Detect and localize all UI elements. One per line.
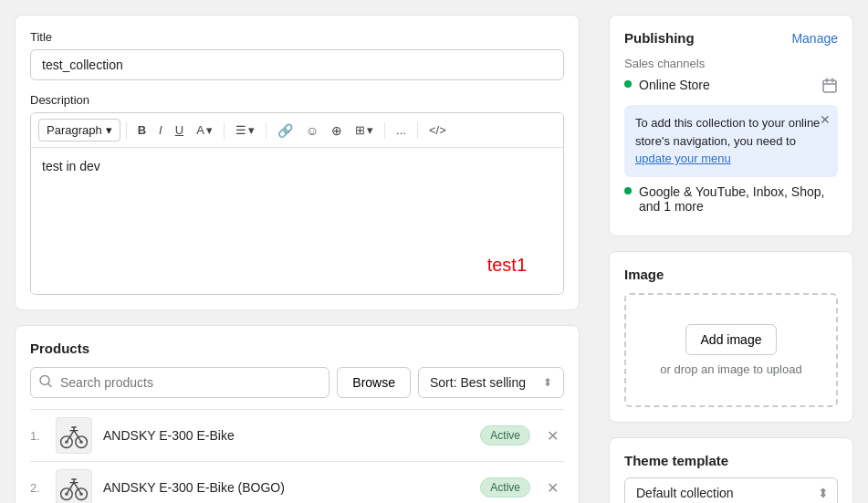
products-controls: Browse Sort: Best selling ⬍: [30, 367, 564, 398]
align-chevron: ▾: [248, 123, 255, 137]
google-status-dot: [624, 187, 632, 194]
link-button[interactable]: 🔗: [272, 120, 298, 141]
product-thumbnail: [56, 417, 92, 454]
publishing-card: Publishing Manage Sales channels Online …: [609, 15, 853, 236]
editor-toolbar: Paragraph ▾ B I U A ▾ ☰ ▾: [31, 113, 563, 148]
emoji-button[interactable]: ☺: [300, 120, 324, 141]
remove-product-button[interactable]: ✕: [541, 477, 564, 498]
theme-select-wrapper: Default collection Custom ⬍: [624, 477, 838, 504]
mention-button[interactable]: ⊕: [326, 120, 348, 141]
product-row: 2. ANDSKY E-300 E-Bike (BOGO) Active ✕: [30, 461, 564, 503]
theme-select[interactable]: Default collection Custom: [624, 477, 838, 504]
products-title: Products: [30, 341, 564, 356]
product-name: ANDSKY E-300 E-Bike: [103, 428, 469, 443]
theme-title: Theme template: [624, 453, 838, 468]
search-wrapper: [30, 367, 329, 398]
editor-watermark: test1: [487, 255, 527, 276]
toolbar-divider-5: [417, 122, 418, 139]
toolbar-divider-4: [384, 122, 385, 139]
product-list: 1. ANDSKY E-300 E-Bike Active ✕: [30, 409, 564, 503]
more-button[interactable]: ...: [391, 120, 412, 141]
drop-text: or drop an image to upload: [660, 362, 801, 376]
browse-button[interactable]: Browse: [337, 367, 411, 398]
paragraph-label: Paragraph: [47, 123, 102, 137]
description-editor: Paragraph ▾ B I U A ▾ ☰ ▾: [30, 112, 564, 295]
paragraph-chevron: ▾: [106, 123, 112, 137]
svg-line-1: [48, 384, 51, 387]
sort-select[interactable]: Sort: Best selling ⬍: [418, 367, 564, 398]
table-chevron: ▾: [367, 123, 373, 137]
add-image-button[interactable]: Add image: [685, 324, 778, 355]
channel-item-google: Google & YouTube, Inbox, Shop, and 1 mor…: [624, 184, 838, 214]
sales-channels-label: Sales channels: [624, 57, 838, 70]
search-icon: [39, 375, 52, 391]
bold-button[interactable]: B: [132, 120, 152, 141]
sidebar: Publishing Manage Sales channels Online …: [594, 0, 868, 503]
product-status-badge: Active: [480, 425, 530, 445]
svg-rect-10: [823, 80, 836, 92]
banner-text: To add this collection to your online st…: [635, 116, 820, 165]
product-status-badge: Active: [480, 477, 530, 498]
color-chevron: ▾: [206, 123, 213, 137]
image-title: Image: [624, 267, 838, 282]
toolbar-divider-2: [224, 122, 225, 139]
align-button[interactable]: ☰ ▾: [230, 120, 260, 141]
online-store-name: Online Store: [639, 78, 814, 92]
text-color-button[interactable]: A ▾: [191, 120, 218, 141]
product-name: ANDSKY E-300 E-Bike (BOGO): [103, 480, 469, 495]
product-num: 2.: [30, 481, 45, 495]
paragraph-select[interactable]: Paragraph ▾: [38, 119, 120, 141]
image-drop-zone: Add image or drop an image to upload: [624, 293, 838, 407]
online-store-status-dot: [624, 80, 632, 88]
title-input[interactable]: [30, 49, 564, 80]
remove-product-button[interactable]: ✕: [541, 425, 564, 446]
calendar-icon[interactable]: [821, 78, 838, 98]
editor-content: test in dev: [42, 159, 552, 173]
product-row: 1. ANDSKY E-300 E-Bike Active ✕: [30, 409, 564, 461]
toolbar-divider-1: [126, 122, 127, 139]
navigation-info-banner: To add this collection to your online st…: [624, 105, 838, 177]
update-menu-link[interactable]: update your menu: [635, 152, 731, 165]
table-button[interactable]: ⊞ ▾: [350, 120, 379, 141]
toolbar-divider-3: [266, 122, 267, 139]
banner-close-button[interactable]: ✕: [820, 112, 831, 127]
product-thumbnail: [56, 469, 92, 503]
google-channel-name: Google & YouTube, Inbox, Shop, and 1 mor…: [639, 184, 838, 214]
editor-body[interactable]: test in dev test1: [31, 148, 563, 294]
title-label: Title: [30, 30, 564, 44]
publishing-title: Publishing: [624, 30, 695, 46]
description-label: Description: [30, 93, 564, 107]
code-button[interactable]: </>: [424, 120, 452, 141]
search-input[interactable]: [30, 367, 329, 398]
sort-chevron-icon: ⬍: [543, 376, 552, 389]
italic-button[interactable]: I: [153, 120, 168, 141]
products-section: Products Browse Sort: Best selling ⬍ 1.: [15, 325, 580, 503]
theme-card: Theme template Default collection Custom…: [609, 437, 853, 504]
publishing-header: Publishing Manage: [624, 30, 838, 46]
manage-link[interactable]: Manage: [791, 31, 838, 46]
channel-item-online: Online Store: [624, 78, 838, 98]
product-num: 1.: [30, 429, 45, 443]
underline-button[interactable]: U: [170, 120, 189, 141]
image-card: Image Add image or drop an image to uplo…: [609, 251, 853, 423]
